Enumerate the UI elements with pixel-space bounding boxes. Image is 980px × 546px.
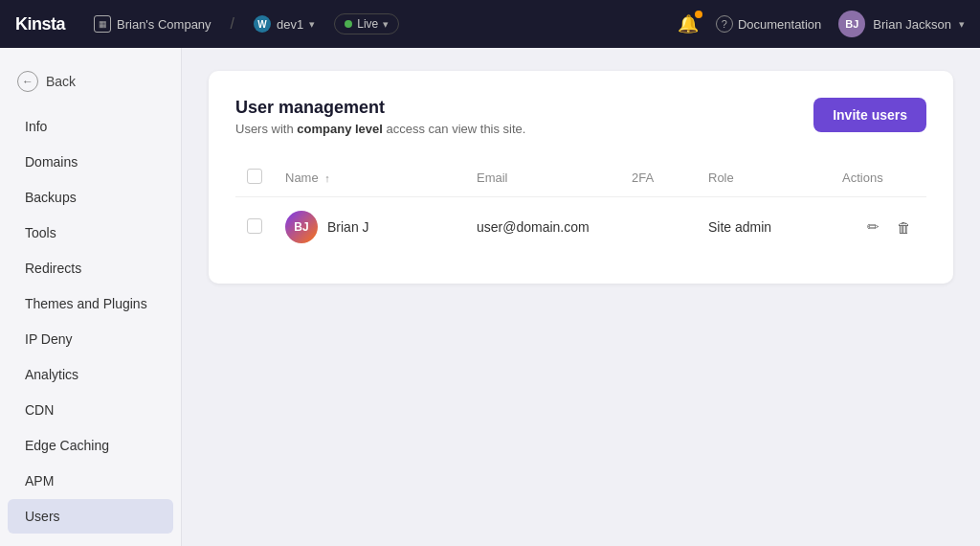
row-actions-cell: ✏ 🗑 bbox=[831, 197, 926, 258]
live-label: Live bbox=[357, 17, 378, 31]
row-actions-group: ✏ 🗑 bbox=[842, 215, 915, 239]
column-role-label: Role bbox=[708, 171, 734, 185]
site-chevron-icon: ▾ bbox=[309, 18, 315, 31]
sidebar-item-label: Edge Caching bbox=[25, 438, 109, 453]
user-menu[interactable]: BJ Brian Jackson ▾ bbox=[838, 11, 965, 37]
sort-asc-icon: ↑ bbox=[324, 172, 330, 184]
sidebar-item-tools[interactable]: Tools bbox=[8, 216, 173, 250]
users-table: Name ↑ Email 2FA Role Acti bbox=[235, 159, 926, 257]
sidebar-item-edge-caching[interactable]: Edge Caching bbox=[8, 428, 173, 463]
sidebar-item-label: IP Deny bbox=[25, 331, 73, 347]
user-management-card: User management Users with company level… bbox=[209, 71, 953, 284]
doc-label: Documentation bbox=[738, 17, 821, 32]
page-title: User management bbox=[235, 98, 525, 118]
row-email-cell: user@domain.com bbox=[465, 197, 620, 258]
back-icon: ← bbox=[17, 71, 38, 92]
column-actions-label: Actions bbox=[842, 171, 883, 185]
user-name-group: BJ Brian J bbox=[285, 211, 454, 243]
sidebar-item-label: Users bbox=[25, 509, 60, 524]
table-header: Name ↑ Email 2FA Role Acti bbox=[235, 159, 926, 197]
sidebar-item-label: APM bbox=[25, 473, 54, 489]
notification-badge bbox=[695, 11, 702, 18]
table-row: BJ Brian J user@domain.com Site bbox=[235, 197, 926, 258]
avatar-initials: BJ bbox=[845, 18, 858, 30]
avatar: BJ bbox=[838, 11, 865, 37]
sidebar-item-apm[interactable]: APM bbox=[8, 464, 173, 498]
live-indicator bbox=[345, 20, 352, 28]
card-subtitle: Users with company level access can view… bbox=[235, 122, 525, 136]
column-name[interactable]: Name ↑ bbox=[274, 159, 465, 197]
sidebar-item-label: Themes and Plugins bbox=[25, 296, 147, 311]
subtitle-text: Users with bbox=[235, 122, 297, 136]
sidebar-item-ip-deny[interactable]: IP Deny bbox=[8, 322, 173, 356]
delete-user-button[interactable]: 🗑 bbox=[893, 216, 915, 239]
column-email-label: Email bbox=[477, 171, 508, 185]
subtitle-end: access can view this site. bbox=[383, 122, 526, 136]
user-role: Site admin bbox=[708, 219, 771, 235]
column-checkbox bbox=[235, 159, 274, 197]
sidebar-item-backups[interactable]: Backups bbox=[8, 180, 173, 215]
sidebar-item-domains[interactable]: Domains bbox=[8, 145, 173, 179]
user-email: user@domain.com bbox=[477, 219, 590, 235]
row-name-cell: BJ Brian J bbox=[274, 197, 465, 258]
user-display-name: Brian J bbox=[327, 219, 369, 235]
sidebar-item-info[interactable]: Info bbox=[8, 109, 173, 144]
sidebar-item-label: Info bbox=[25, 119, 47, 134]
user-name: Brian Jackson bbox=[873, 17, 951, 32]
row-checkbox-cell bbox=[235, 197, 274, 258]
select-all-checkbox[interactable] bbox=[247, 169, 262, 184]
sidebar-item-label: Domains bbox=[25, 154, 78, 170]
card-header-text: User management Users with company level… bbox=[235, 98, 525, 136]
site-selector[interactable]: W dev1 ▾ bbox=[254, 15, 315, 33]
invite-users-button[interactable]: Invite users bbox=[813, 98, 926, 132]
sidebar-item-themes-plugins[interactable]: Themes and Plugins bbox=[8, 286, 173, 321]
column-email: Email bbox=[465, 159, 620, 197]
main-layout: ← Back Info Domains Backups Tools Redire… bbox=[0, 48, 980, 546]
notifications-button[interactable]: 🔔 bbox=[678, 13, 699, 34]
company-selector[interactable]: ▦ Brian's Company bbox=[94, 15, 212, 33]
doc-icon: ? bbox=[716, 15, 733, 33]
top-navigation: Kinsta ▦ Brian's Company / W dev1 ▾ Live… bbox=[0, 0, 980, 48]
column-role: Role bbox=[697, 159, 831, 197]
sidebar-item-label: Backups bbox=[25, 190, 77, 205]
sidebar-item-users[interactable]: Users bbox=[8, 499, 173, 534]
sidebar-item-analytics[interactable]: Analytics bbox=[8, 357, 173, 392]
wordpress-icon: W bbox=[254, 15, 271, 33]
column-actions: Actions bbox=[831, 159, 926, 197]
sidebar-item-label: CDN bbox=[25, 402, 54, 418]
sidebar-item-cdn[interactable]: CDN bbox=[8, 393, 173, 427]
kinsta-logo: Kinsta bbox=[15, 14, 65, 34]
row-2fa-cell bbox=[620, 197, 697, 258]
sidebar-item-redirects[interactable]: Redirects bbox=[8, 251, 173, 285]
back-label: Back bbox=[46, 74, 76, 89]
topnav-right-section: 🔔 ? Documentation BJ Brian Jackson ▾ bbox=[678, 11, 965, 37]
sidebar-item-label: Redirects bbox=[25, 261, 81, 276]
row-role-cell: Site admin bbox=[697, 197, 831, 258]
site-name: dev1 bbox=[277, 17, 303, 32]
column-name-label: Name bbox=[285, 171, 319, 185]
card-header: User management Users with company level… bbox=[235, 98, 926, 136]
company-icon: ▦ bbox=[94, 15, 111, 33]
user-avatar-initials: BJ bbox=[294, 220, 308, 234]
sidebar-item-label: Analytics bbox=[25, 367, 78, 382]
table-body: BJ Brian J user@domain.com Site bbox=[235, 197, 926, 258]
sidebar-item-label: Tools bbox=[25, 225, 56, 240]
user-chevron-icon: ▾ bbox=[959, 18, 965, 31]
column-2fa: 2FA bbox=[620, 159, 697, 197]
company-name: Brian's Company bbox=[117, 17, 212, 32]
environment-badge[interactable]: Live ▾ bbox=[334, 13, 399, 34]
env-chevron-icon: ▾ bbox=[383, 18, 389, 31]
back-button[interactable]: ← Back bbox=[0, 63, 181, 100]
main-content: User management Users with company level… bbox=[182, 48, 980, 546]
column-2fa-label: 2FA bbox=[632, 171, 654, 185]
documentation-link[interactable]: ? Documentation bbox=[716, 15, 821, 33]
row-checkbox[interactable] bbox=[247, 218, 262, 234]
subtitle-bold: company level bbox=[297, 122, 383, 136]
nav-separator: / bbox=[231, 15, 234, 33]
user-avatar: BJ bbox=[285, 211, 318, 243]
edit-user-button[interactable]: ✏ bbox=[863, 215, 883, 239]
sidebar: ← Back Info Domains Backups Tools Redire… bbox=[0, 48, 182, 546]
